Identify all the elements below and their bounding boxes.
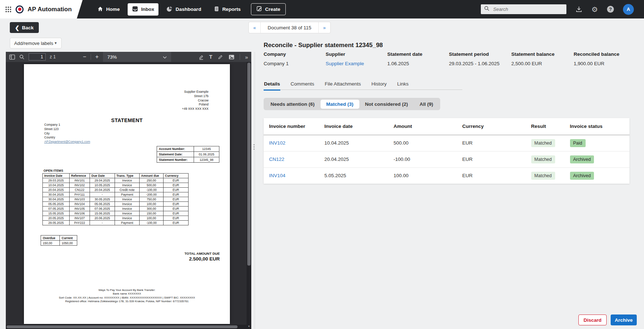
pager-prev-button[interactable]: « bbox=[249, 22, 260, 33]
help-icon[interactable]: ? bbox=[607, 6, 614, 13]
image-icon[interactable] bbox=[228, 54, 235, 60]
archive-button[interactable]: Archive bbox=[611, 315, 637, 325]
doc-open-items-title: OPEN ITEMS bbox=[44, 169, 63, 172]
page-title: Reconcile - Supplier statement 12345_98 bbox=[264, 42, 383, 49]
tab-history[interactable]: History bbox=[371, 81, 387, 89]
horizontal-scroll-thumb[interactable] bbox=[7, 325, 238, 328]
double-chevron-right-icon[interactable]: » bbox=[245, 54, 248, 60]
pencil-icon[interactable] bbox=[218, 54, 223, 60]
page-number-input[interactable] bbox=[29, 53, 46, 61]
find-magnifier-icon[interactable] bbox=[19, 54, 25, 60]
global-search[interactable] bbox=[481, 4, 566, 14]
zoom-controls: − + 73% bbox=[83, 52, 171, 62]
doc-company-address: Company 1 Street 123 City Country AP.Dep… bbox=[44, 123, 90, 144]
doc-open-items-row: 30.04.2025INV10330.05.2025Invoice750,00E… bbox=[43, 197, 189, 202]
back-chevron-icon: ❮ bbox=[15, 25, 20, 30]
tab-links[interactable]: Links bbox=[397, 81, 409, 89]
doc-open-items-row: 20.04.2025CN12220.04.2025Credit note-100… bbox=[43, 188, 189, 192]
filter-all[interactable]: All (9) bbox=[414, 100, 439, 109]
document-page: Supplier Example Street 17b Cracow Polan… bbox=[24, 64, 230, 324]
page-count-label: z 1 bbox=[50, 54, 56, 59]
result-badge: Matched bbox=[531, 172, 555, 180]
table-row[interactable]: CN122 20.04.2025 -100.00 EUR Matched Arc… bbox=[264, 151, 629, 167]
detail-tabs: Details Comments File Attachments Histor… bbox=[264, 81, 462, 90]
tab-comments[interactable]: Comments bbox=[290, 81, 314, 89]
document-pager: « Document 38 of 115 » bbox=[248, 22, 331, 33]
field-supplier: Supplier Supplier Example bbox=[326, 51, 387, 66]
table-row[interactable]: INV102 10.04.2025 500.00 EUR Matched Pai… bbox=[264, 135, 629, 151]
field-statement-date: Statement date 1.06.2025 bbox=[387, 51, 449, 66]
field-statement-period: Statement period 29.03.2025 - 1.06.2025 bbox=[449, 51, 511, 66]
detail-panel: Reconcile - Supplier statement 12345_98 … bbox=[258, 34, 644, 329]
invoice-link[interactable]: INV102 bbox=[269, 140, 285, 146]
doc-meta-table: Account Number:12345 Statement Date:01.0… bbox=[157, 146, 219, 163]
nav-inbox[interactable]: Inbox bbox=[128, 3, 158, 16]
discard-button[interactable]: Discard bbox=[578, 315, 607, 325]
invoice-link[interactable]: CN122 bbox=[269, 157, 284, 162]
pdf-canvas: Supplier Example Street 17b Cracow Polan… bbox=[6, 62, 251, 329]
nav-create[interactable]: Create bbox=[251, 3, 286, 15]
download-icon[interactable] bbox=[575, 6, 582, 13]
horizontal-scrollbar[interactable] bbox=[6, 325, 247, 329]
status-badge: Paid bbox=[570, 139, 586, 147]
nav-home[interactable]: Home bbox=[93, 3, 124, 16]
nav-dashboard[interactable]: Dashboard bbox=[162, 3, 206, 16]
nav-reports[interactable]: Reports bbox=[209, 3, 245, 16]
gear-icon[interactable]: ⚙ bbox=[591, 6, 598, 13]
table-row[interactable]: INV104 5.05.2025 100.00 EUR Matched Arch… bbox=[264, 167, 629, 184]
supplier-link[interactable]: Supplier Example bbox=[326, 61, 387, 66]
zoom-out-button[interactable]: − bbox=[83, 54, 86, 60]
panel-divider bbox=[255, 52, 255, 329]
labels-dropdown[interactable]: Add/remove labels ▼ bbox=[10, 38, 62, 49]
table-header-row: Invoice number Invoice date Amount Curre… bbox=[264, 118, 629, 135]
panel-resize-handle[interactable] bbox=[253, 144, 255, 150]
tab-details[interactable]: Details bbox=[264, 81, 280, 89]
app-root: AP Automation Home Inbox Dashboard Repor… bbox=[0, 0, 644, 329]
text-tool-icon[interactable]: T bbox=[209, 54, 212, 60]
pager-label: Document 38 of 115 bbox=[260, 22, 319, 33]
avatar[interactable]: A bbox=[623, 4, 634, 15]
doc-total: TOTAL AMOUNT DUE 2.500,00 EUR bbox=[185, 251, 220, 262]
doc-total-value: 2.500,00 EUR bbox=[185, 256, 220, 262]
doc-open-items-row: 05.05.2025INV10405.06.2025Invoice100,00E… bbox=[43, 202, 189, 207]
doc-open-items-row: 20.05.2025INV10720.06.2025Invoice100,00E… bbox=[43, 216, 189, 221]
result-badge: Matched bbox=[531, 139, 555, 147]
invoice-link[interactable]: INV104 bbox=[269, 173, 285, 178]
zoom-level-select[interactable]: 73% bbox=[103, 52, 171, 62]
filter-not-considered[interactable]: Not considered (2) bbox=[359, 100, 414, 109]
highlighter-icon[interactable] bbox=[198, 54, 204, 60]
doc-title: STATEMENT bbox=[24, 117, 230, 123]
brand-logo-icon bbox=[16, 5, 24, 13]
dashboard-pie-icon bbox=[166, 6, 173, 13]
chevron-down-icon: ▼ bbox=[54, 41, 57, 45]
result-badge: Matched bbox=[531, 155, 555, 163]
doc-open-items-row: 07.05.2025INV10507.06.2025Invoice300,00E… bbox=[43, 207, 189, 211]
chevron-down-icon bbox=[163, 54, 167, 60]
main-nav: Home Inbox Dashboard Reports Create bbox=[93, 3, 286, 16]
tab-file-attachments[interactable]: File Attachments bbox=[325, 81, 362, 89]
field-statement-balance: Statement balance 2,500.00 EUR bbox=[511, 51, 574, 66]
annotation-tools: T » bbox=[198, 54, 248, 60]
back-button[interactable]: ❮ Back bbox=[10, 22, 39, 33]
scroll-down-arrow[interactable]: ▼ bbox=[247, 324, 251, 329]
invoices-table: Invoice number Invoice date Amount Curre… bbox=[264, 118, 629, 184]
vertical-scroll-thumb[interactable] bbox=[247, 63, 251, 266]
topbar-right: ⚙ ? A bbox=[481, 4, 644, 15]
app-title: AP Automation bbox=[28, 6, 72, 13]
doc-open-items-row: 29.05.2025PAY222-Payment-100,00EUR bbox=[43, 221, 189, 225]
pager-next-button[interactable]: » bbox=[319, 22, 330, 33]
toolbar-divider bbox=[240, 54, 240, 60]
search-input[interactable] bbox=[492, 6, 563, 12]
app-grid-icon[interactable] bbox=[5, 6, 12, 13]
toolbar-divider bbox=[91, 54, 91, 60]
filter-matched[interactable]: Matched (3) bbox=[321, 100, 359, 109]
match-filters: Needs attention (6) Matched (3) Not cons… bbox=[264, 98, 440, 110]
doc-company-email-link[interactable]: AP.Department@Company1.com bbox=[44, 140, 90, 143]
field-company: Company Company 1 bbox=[264, 51, 326, 66]
doc-open-items-row: 10.04.2025INV10210.05.2025Invoice500,00E… bbox=[43, 183, 189, 188]
vertical-scrollbar[interactable]: ▼ bbox=[247, 62, 251, 329]
zoom-in-button[interactable]: + bbox=[95, 54, 99, 60]
filter-needs-attention[interactable]: Needs attention (6) bbox=[265, 100, 321, 109]
inbox-icon bbox=[132, 6, 138, 13]
sidebar-toggle-icon[interactable] bbox=[9, 54, 15, 60]
